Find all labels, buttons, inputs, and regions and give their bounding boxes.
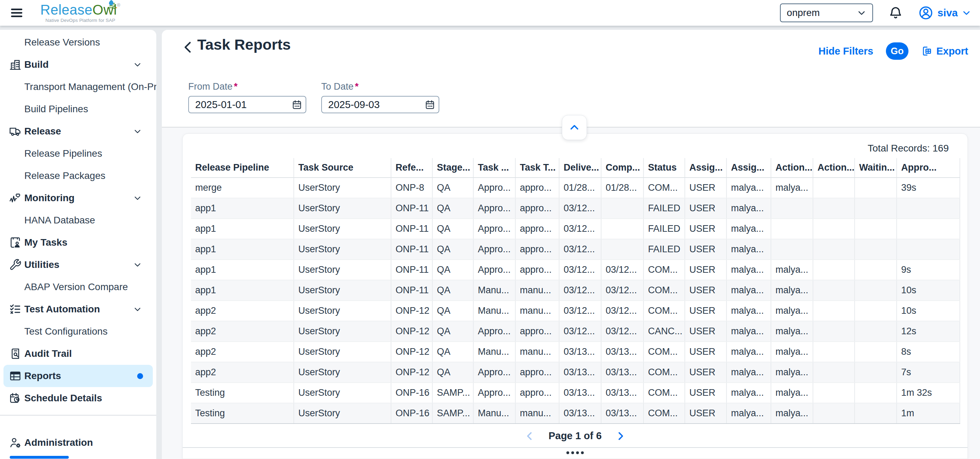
table-cell: 03/13...: [601, 341, 643, 362]
calendar-icon[interactable]: [425, 99, 435, 110]
sidebar-item-administration[interactable]: Administration: [0, 432, 156, 454]
notifications-bell-icon[interactable]: [888, 6, 903, 20]
table-cell: ONP-12: [391, 301, 432, 321]
table-cell: [813, 280, 854, 301]
table-cell: malya...: [727, 341, 771, 362]
sidebar-item-abap-version-compare[interactable]: ABAP Version Compare: [0, 276, 156, 298]
table-cell: appro...: [515, 382, 559, 403]
table-cell: Manu...: [473, 280, 515, 301]
sidebar-scrollbar[interactable]: [10, 456, 69, 459]
sidebar-item-label: Audit Trail: [24, 348, 72, 359]
sidebar-item-utilities[interactable]: Utilities: [0, 253, 156, 276]
table-row[interactable]: app2UserStoryONP-12QAManu...manu...03/12…: [191, 301, 960, 321]
export-icon: [921, 45, 933, 57]
table-row[interactable]: app1UserStoryONP-11QAAppro...appro...03/…: [191, 218, 960, 239]
table-cell: appro...: [515, 198, 559, 218]
table-row[interactable]: TestingUserStoryONP-16SAMP...Manu...manu…: [191, 403, 960, 424]
table-cell: [601, 239, 643, 260]
table-cell: Appro...: [473, 382, 515, 403]
collapse-filters-button[interactable]: [562, 115, 587, 140]
previous-page-icon[interactable]: [524, 430, 535, 441]
table-cell: [854, 218, 897, 239]
sidebar-item-release-versions[interactable]: Release Versions: [0, 31, 156, 54]
resize-handle[interactable]: [191, 451, 959, 454]
column-header-stage[interactable]: Stage...: [432, 158, 473, 178]
column-header-appro[interactable]: Appro...: [897, 158, 960, 178]
export-button[interactable]: Export: [921, 45, 968, 57]
wrench-icon: [9, 258, 22, 271]
table-cell: COM...: [643, 280, 685, 301]
back-icon[interactable]: [181, 40, 195, 54]
column-header-release-pipeline[interactable]: Release Pipeline: [191, 158, 294, 178]
sidebar-item-release-packages[interactable]: Release Packages: [0, 165, 156, 187]
table-cell: USER: [685, 198, 727, 218]
table-cell: malya...: [771, 403, 813, 424]
column-header-status[interactable]: Status: [643, 158, 685, 178]
table-cell: USER: [685, 362, 727, 382]
column-header-delive[interactable]: Delive...: [559, 158, 601, 178]
table-cell: 01/28...: [601, 178, 643, 198]
sidebar-item-test-configurations[interactable]: Test Configurations: [0, 320, 156, 343]
sidebar-item-transport-management-on-pr[interactable]: Transport Management (On-Pr...: [0, 76, 156, 98]
table-cell: USER: [685, 321, 727, 341]
table-row[interactable]: TestingUserStoryONP-16SAMP...Appro...app…: [191, 382, 960, 403]
table-row[interactable]: app1UserStoryONP-11QAAppro...appro...03/…: [191, 198, 960, 218]
table-cell: malya...: [771, 260, 813, 280]
table-cell: [854, 341, 897, 362]
table-row[interactable]: app1UserStoryONP-11QAAppro...appro...03/…: [191, 239, 960, 260]
column-header-refe[interactable]: Refe...: [391, 158, 432, 178]
column-header-task[interactable]: Task ...: [473, 158, 515, 178]
table-row[interactable]: mergeUserStoryONP-8QAAppro...appro...01/…: [191, 178, 960, 198]
table-cell: Testing: [191, 382, 294, 403]
table-cell: malya...: [727, 382, 771, 403]
table-cell: ONP-11: [391, 239, 432, 260]
table-row[interactable]: app2UserStoryONP-12QAManu...manu...03/13…: [191, 341, 960, 362]
table-cell: 12s: [897, 321, 960, 341]
table-cell: app2: [191, 301, 294, 321]
calendar-icon[interactable]: [292, 99, 302, 110]
sidebar-item-release[interactable]: Release: [0, 120, 156, 142]
table-cell: malya...: [771, 341, 813, 362]
table-cell: ONP-11: [391, 198, 432, 218]
sidebar-item-build-pipelines[interactable]: Build Pipelines: [0, 98, 156, 120]
next-page-icon[interactable]: [615, 430, 626, 441]
column-header-action[interactable]: Action...: [813, 158, 854, 178]
table-cell: appro...: [515, 239, 559, 260]
column-header-assig[interactable]: Assig...: [727, 158, 771, 178]
sidebar-item-hana-database[interactable]: HANA Database: [0, 209, 156, 231]
sidebar-item-label: Monitoring: [24, 193, 75, 204]
column-header-assig[interactable]: Assig...: [685, 158, 727, 178]
sidebar-item-schedule-details[interactable]: Schedule Details: [0, 387, 156, 409]
table-row[interactable]: app2UserStoryONP-12QAAppro...appro...03/…: [191, 362, 960, 382]
user-menu[interactable]: siva: [918, 5, 971, 21]
table-cell: SAMP...: [432, 382, 473, 403]
from-date-input[interactable]: [188, 96, 306, 113]
table-row[interactable]: app2UserStoryONP-12QAAppro...appro...03/…: [191, 321, 960, 341]
table-cell: malya...: [727, 362, 771, 382]
table-cell: ONP-11: [391, 280, 432, 301]
column-header-task-t[interactable]: Task T...: [515, 158, 559, 178]
column-header-action[interactable]: Action...: [771, 158, 813, 178]
sidebar-item-test-automation[interactable]: Test Automation: [0, 298, 156, 320]
to-date-field: [321, 96, 439, 113]
column-header-task-source[interactable]: Task Source: [294, 158, 391, 178]
to-date-input[interactable]: [321, 96, 439, 113]
table-cell: UserStory: [294, 260, 391, 280]
sidebar-item-audit-trail[interactable]: Audit Trail: [0, 343, 156, 365]
table-row[interactable]: app1UserStoryONP-11QAAppro...appro...03/…: [191, 260, 960, 280]
table-cell: 03/13...: [559, 341, 601, 362]
sidebar-item-my-tasks[interactable]: My Tasks: [0, 231, 156, 253]
environment-select[interactable]: onprem: [780, 3, 873, 22]
column-header-comp[interactable]: Comp...: [601, 158, 643, 178]
sidebar-item-monitoring[interactable]: Monitoring: [0, 187, 156, 209]
table-row[interactable]: app1UserStoryONP-11QAManu...manu...03/12…: [191, 280, 960, 301]
sidebar-item-reports[interactable]: Reports: [3, 365, 153, 387]
required-asterisk: *: [234, 81, 238, 92]
sidebar-item-release-pipelines[interactable]: Release Pipelines: [0, 142, 156, 165]
sidebar-item-build[interactable]: Build: [0, 54, 156, 76]
hamburger-menu-icon[interactable]: [9, 6, 24, 20]
go-button[interactable]: Go: [886, 42, 909, 60]
hide-filters-link[interactable]: Hide Filters: [819, 46, 873, 57]
table-cell: USER: [685, 280, 727, 301]
column-header-waitin[interactable]: Waitin...: [854, 158, 897, 178]
